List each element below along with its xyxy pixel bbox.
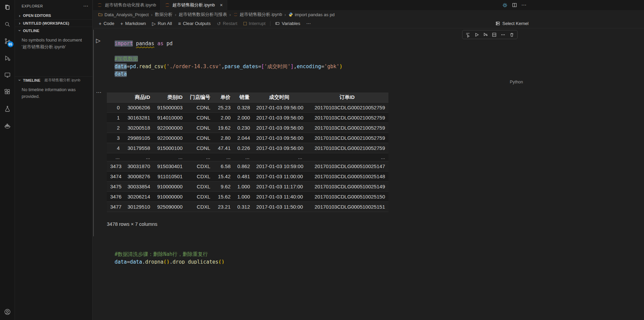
table-cell: 30033854: [123, 181, 153, 191]
code-token: ): [221, 259, 224, 264]
table-cell: 3473: [107, 161, 123, 171]
table-cell: 1.000: [234, 181, 253, 191]
table-row: 230200518922000000CDNL19.620.2302017-01-…: [107, 123, 388, 133]
section-label: TIMELINE: [23, 78, 40, 82]
code-line[interactable]: data=data.dropna().drop_duplicates(): [115, 259, 419, 264]
breadcrumb: Data_Analysis_Project › 数据分析 › 超市销售数据分析与…: [93, 10, 644, 19]
variables-button[interactable]: Variables: [272, 20, 304, 28]
code-token: ]: [291, 63, 294, 70]
table-row: 430179558915000100CDNL47.410.2262017-01-…: [107, 143, 388, 153]
table-cell: 30008276: [123, 171, 153, 181]
run-cell-icon[interactable]: [473, 31, 481, 38]
cell-toolbar: [462, 30, 518, 39]
code-cell-editor[interactable]: import pandas as pd #加载数据data=pd.read_cs…: [115, 41, 342, 79]
table-cell: 2017-01-03 09:56:00: [253, 112, 306, 123]
section-timeline[interactable]: › TIMELINE 超市销售额分析.ipynb: [15, 76, 92, 84]
table-cell: 20170103CDLG000210052759: [306, 143, 388, 153]
table-cell: 25.23: [214, 102, 234, 112]
settings-gear-icon[interactable]: [502, 2, 508, 8]
code-token: ,: [294, 63, 297, 70]
table-cell: 910000000: [153, 181, 186, 191]
docker-icon[interactable]: [3, 122, 11, 130]
run-cell-button[interactable]: ▷: [96, 37, 100, 44]
table-row: 030006206915000003CDNL25.230.3282017-01-…: [107, 102, 388, 112]
table-cell: 9.62: [214, 181, 234, 191]
code-line[interactable]: [115, 48, 342, 56]
extensions-icon[interactable]: [3, 88, 11, 96]
delete-cell-icon[interactable]: [508, 31, 516, 38]
more-actions-icon[interactable]: ⋯: [521, 2, 526, 8]
split-cell-icon[interactable]: [490, 31, 498, 38]
add-code-cell-button[interactable]: + Code: [96, 20, 117, 28]
timeline-empty-message: No timeline information was provided.: [15, 84, 86, 100]
restart-button[interactable]: ↺ Restart: [214, 20, 240, 28]
code-token: =: [321, 63, 324, 70]
close-icon[interactable]: ×: [220, 2, 222, 8]
table-cell: 2017-01-03 09:56:00: [253, 133, 306, 143]
table-row: ........................: [107, 153, 388, 161]
add-markdown-cell-button[interactable]: + Markdown: [117, 20, 149, 28]
code-cell-editor[interactable]: #数据清洗步骤：删除Nah行，删除重复行data=data.dropna().d…: [115, 251, 419, 264]
table-cell: 3474: [107, 171, 123, 181]
code-token: (: [218, 259, 221, 264]
table-cell: 2.000: [234, 112, 253, 123]
tab-label: 超市销售额分析.ipynb: [172, 2, 215, 8]
section-untitled-workspace[interactable]: › UNTITLED (WORKSPACE): [15, 19, 92, 27]
python-icon: [288, 12, 293, 17]
table-cell: ...: [123, 153, 153, 161]
breadcrumb-item-folder[interactable]: 超市销售数据分析与报表: [178, 11, 227, 18]
clear-outputs-button[interactable]: ≡ Clear Outputs: [175, 20, 214, 28]
breadcrumb-item-symbol[interactable]: import pandas as pd: [288, 12, 335, 17]
code-line[interactable]: data=pd.read_csv('./order-14.3.csv',pars…: [115, 63, 342, 71]
breadcrumb-item-file[interactable]: 超市销售额分析.ipynb: [233, 11, 282, 18]
run-all-button[interactable]: ▷ Run All: [149, 20, 175, 28]
chevron-down-icon: ›: [17, 78, 22, 82]
table-cell: CDNL: [186, 123, 214, 133]
table-cell: CDXL: [186, 191, 214, 202]
code-line[interactable]: #加载数据: [115, 56, 342, 63]
breadcrumb-item-folder[interactable]: 数据分析: [155, 11, 172, 18]
cell-language-label[interactable]: Python: [499, 80, 523, 84]
timeline-block: › TIMELINE 超市销售额分析.ipynb No timeline inf…: [15, 76, 92, 100]
table-cell: 3476: [107, 191, 123, 202]
select-kernel-button[interactable]: Select Kernel: [495, 19, 528, 28]
run-below-icon[interactable]: [481, 31, 490, 38]
table-cell: ...: [153, 153, 186, 161]
run-debug-icon[interactable]: [3, 54, 11, 62]
toolbar-separator: [270, 21, 270, 26]
table-cell: CDNL: [186, 112, 214, 123]
execute-above-icon[interactable]: [464, 31, 472, 38]
search-icon[interactable]: [3, 20, 11, 28]
section-outline[interactable]: › OUTLINE: [15, 27, 92, 34]
code-line[interactable]: data: [115, 71, 342, 79]
tab-analysis-notebook[interactable]: 超市销售额分析.ipynb ×: [161, 0, 227, 10]
column-header: [107, 92, 123, 102]
table-cell: CDNL: [186, 143, 214, 153]
code-token: [164, 41, 167, 47]
split-editor-icon[interactable]: [512, 2, 517, 8]
more-actions-icon[interactable]: [499, 31, 507, 38]
explorer-icon[interactable]: [3, 3, 11, 11]
more-actions-icon[interactable]: ⋯: [303, 20, 314, 28]
table-cell: 20170103CDLG000510025148: [306, 171, 388, 181]
code-line[interactable]: #数据清洗步骤：删除Nah行，删除重复行: [115, 251, 419, 259]
breadcrumb-item-root[interactable]: Data_Analysis_Project: [98, 12, 149, 17]
table-cell: 2017-01-03 11:40:00: [253, 191, 306, 202]
tab-report-notebook[interactable]: 超市销售自动化报表.ipynb: [93, 0, 161, 10]
column-header: 订单ID: [306, 92, 388, 102]
account-icon[interactable]: [3, 308, 11, 316]
interrupt-button[interactable]: Interrupt: [240, 20, 269, 28]
more-actions-icon[interactable]: ⋯: [83, 3, 88, 9]
dataframe-summary: 3478 rows × 7 columns: [107, 221, 158, 227]
code-token: [133, 41, 136, 47]
variables-icon: [275, 21, 280, 26]
source-control-icon[interactable]: 65: [3, 37, 11, 45]
code-line[interactable]: import pandas as pd: [115, 41, 342, 48]
testing-icon[interactable]: [3, 105, 11, 113]
table-cell: 6.58: [214, 161, 234, 171]
jupyter-icon: [97, 2, 102, 8]
output-options-icon[interactable]: ⋯: [96, 89, 101, 96]
section-open-editors[interactable]: › OPEN EDITORS: [15, 12, 92, 19]
remote-explorer-icon[interactable]: [3, 71, 11, 79]
table-cell: 0.862: [234, 161, 253, 171]
